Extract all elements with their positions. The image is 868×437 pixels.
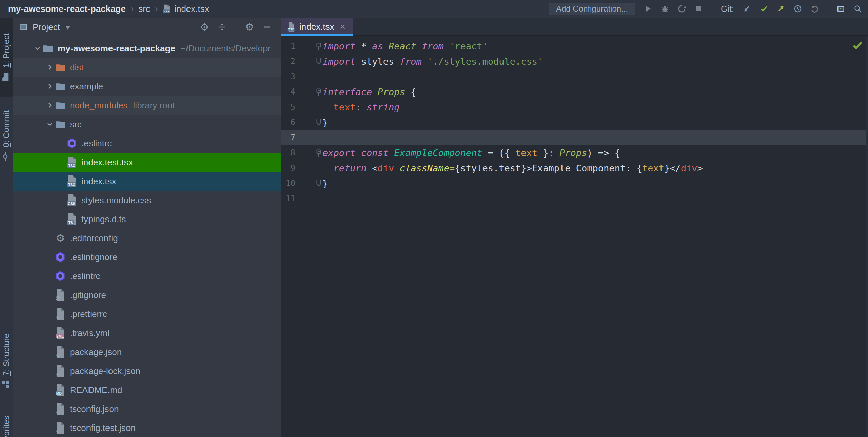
breadcrumb: my-awesome-react-package›src› TSXindex.t… [0,3,209,14]
code-text: export const ExampleComponent = ({ text … [322,145,620,161]
tree-row[interactable]: CSS styles.module.css [13,191,281,210]
tree-row[interactable]: src [13,115,281,134]
run-anything-icon[interactable] [837,5,845,13]
tree-item-label: .gitignore [70,290,106,300]
code-line[interactable]: 11 [281,191,866,206]
tree-row[interactable]: node_modules library root [13,96,281,115]
tool-window-button-commit[interactable]: 0: Commit [0,102,13,169]
tool-window-button-structure[interactable]: 7: Structure [0,322,13,400]
tree-item-label: .eslintignore [70,252,117,263]
code-line[interactable]: 3 [281,69,866,84]
breadcrumb-item[interactable]: TSXindex.tsx [163,4,209,14]
search-everywhere-icon[interactable] [854,5,862,13]
show-history-icon[interactable] [794,5,802,13]
tree-row[interactable]: ⚙ .prettierrc [13,305,281,324]
tree-row[interactable]: YML .travis.yml [13,324,281,342]
tree-row[interactable]: ⚙ .editorconfig [13,229,281,248]
active-tab-underline [281,34,353,36]
code-editor[interactable]: 1 import * as React from 'react' 2 impor… [281,36,868,437]
gutter-separator [319,36,319,437]
chevron-right-icon[interactable] [45,63,54,72]
breadcrumb-item[interactable]: my-awesome-react-package [8,4,126,14]
breadcrumb-item[interactable]: src [138,4,150,14]
tool-window-button-project[interactable]: 1: Project [0,18,13,97]
project-tree: my-awesome-react-package ~/Documents/Dev… [13,39,281,437]
tree-row[interactable]: ⚙ tsconfig.test.json [13,418,281,437]
tree-row[interactable]: .eslintignore [13,248,281,267]
tree-item-label: .eslintrc [81,138,112,149]
tree-row[interactable]: TSX index.test.tsx [13,153,281,172]
hide-icon[interactable] [263,23,271,31]
code-line[interactable]: 9 return <div className={styles.test}>Ex… [281,161,866,176]
svg-text:⚙: ⚙ [56,428,60,434]
tree-row[interactable]: TS typings.d.ts [13,210,281,229]
tree-row[interactable]: ⚙ package.json [13,342,281,361]
code-line[interactable]: 8 export const ExampleComponent = ({ tex… [281,145,866,161]
rollback-icon[interactable] [811,5,819,13]
project-panel-title[interactable]: Project [33,22,60,33]
tree-item-label: package-lock.json [70,366,140,376]
tree-row[interactable]: TSX index.tsx [13,172,281,191]
settings-icon[interactable]: ⚙ [245,23,254,31]
tree-row[interactable]: .eslintrc [13,267,281,286]
tree-row[interactable]: my-awesome-react-package ~/Documents/Dev… [13,39,281,58]
chevron-down-icon[interactable]: ▼ [65,24,71,32]
chevron-right-icon[interactable] [45,82,54,91]
close-icon[interactable]: ✕ [340,23,346,32]
code-line[interactable]: 10 } [281,176,866,191]
tree-row[interactable]: ⚙ tsconfig.json [13,399,281,418]
locate-icon[interactable] [200,23,209,31]
code-line[interactable]: 5 text: string [281,100,866,115]
code-line[interactable]: 4 interface Props { [281,84,866,100]
tool-window-button-favorites[interactable]: Favorites [0,404,13,437]
folder-icon [55,80,66,93]
code-text: } [322,176,328,191]
editor-scrollbar-track[interactable] [866,36,868,437]
collapse-all-icon[interactable] [218,23,226,31]
svg-text:⚙: ⚙ [56,352,60,358]
tsx-icon: TSX [66,175,77,188]
code-line[interactable]: 7 [281,130,866,145]
tsx-file-icon: TSX [287,23,295,31]
stop-icon[interactable] [695,5,703,13]
svg-text:TSX: TSX [164,10,169,13]
code-line[interactable]: 2 import styles from './styles.module.cs… [281,54,866,69]
tree-item-label: .eslintrc [70,271,100,282]
tree-row[interactable]: .gitignore [13,286,281,305]
add-configuration-button[interactable]: Add Configuration... [549,3,635,15]
lb-folder-icon [2,72,11,81]
breadcrumb-separator-icon: › [131,3,134,14]
code-line[interactable]: 6 } [281,115,866,130]
tree-row[interactable]: MD README.md [13,380,281,399]
svg-text:CSS: CSS [68,202,75,206]
tree-row[interactable]: example [13,77,281,96]
code-text: import * as React from 'react' [322,39,488,54]
tree-item-label: package.json [70,347,122,357]
tree-row[interactable]: .eslintrc [13,134,281,153]
eslint-icon [66,137,77,150]
ts-icon: TS [66,213,77,226]
push-icon[interactable] [777,5,785,13]
tab-index-tsx[interactable]: TSX index.tsx ✕ [281,18,353,36]
svg-text:TS: TS [68,221,73,225]
svg-text:MD: MD [56,391,62,395]
chevron-down-icon[interactable] [33,44,42,53]
line-number: 9 [281,161,295,176]
chevron-down-icon[interactable] [45,120,54,129]
code-line[interactable]: 1 import * as React from 'react' [281,39,866,54]
debug-icon[interactable] [661,5,669,13]
line-number: 2 [281,54,295,69]
tree-row[interactable]: dist [13,58,281,77]
tree-row[interactable]: ⚙ package-lock.json [13,361,281,380]
commit-icon[interactable] [760,5,768,13]
run-with-coverage-icon[interactable] [678,5,686,13]
tree-item-label: dist [70,62,83,73]
update-project-icon[interactable] [743,5,751,13]
chevron-right-icon[interactable] [45,101,54,110]
run-icon[interactable] [644,5,652,13]
line-number: 3 [281,69,295,84]
line-number: 8 [281,145,295,161]
tsx-file-icon: TSX [163,5,171,13]
inspections-ok-icon[interactable] [852,39,863,51]
tree-item-label: example [70,81,103,92]
